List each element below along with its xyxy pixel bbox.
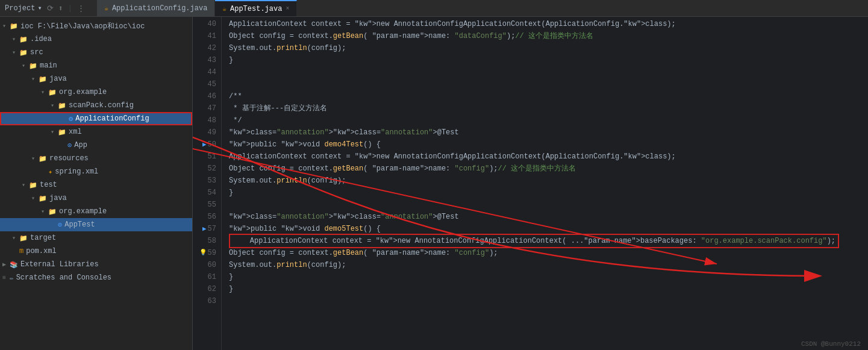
line-number-text: 63 [208,295,216,307]
sidebar-item-target[interactable]: ▾📁target [0,231,192,245]
line-number-49: 49 [193,127,216,139]
tree-file-icon: ⊙ [58,220,62,230]
toolbar-icon-2[interactable]: ⬆ [58,4,63,13]
tree-item-label: spring.xml [55,167,98,176]
code-line-58: ApplicationContext context = "kw">new An… [229,235,868,247]
line-number-text: 44 [208,66,216,78]
line-number-61: 61 [193,271,216,283]
line-number-60: 60 [193,259,216,271]
chevron-icon: ▾ [37,4,42,13]
sidebar-item-org-example[interactable]: ▾📁org.example [0,86,192,99]
tree-file-icon: 📁 [48,208,57,216]
sidebar-item-resources[interactable]: ▾📁resources [0,152,192,165]
tree-arrow-icon: ▾ [31,195,39,202]
sidebar-item-idea[interactable]: ▾📁.idea [0,33,192,46]
code-line-55 [229,199,868,211]
title-bar: Project ▾ ⟳ ⬆ | ⋮ ☕ ApplicationConfig.ja… [0,0,868,17]
code-line-51: ApplicationContext context = "kw">new An… [229,151,868,163]
line-number-55: 55 [193,199,216,211]
tabs-area: ☕ ApplicationConfig.java ☕ AppTest.java … [97,0,297,16]
tree-item-label: App [74,141,87,149]
line-number-text: 42 [208,42,216,54]
line-number-58: 58 [193,235,216,247]
tab-apptest-close[interactable]: × [286,5,289,12]
run-gutter-icon[interactable]: ▶ [202,139,207,151]
tree-file-icon: ⊙ [67,141,72,150]
code-line-61: } [229,271,868,283]
code-line-46: /** [229,90,868,102]
tree-item-label: resources [49,154,89,163]
line-number-text: 52 [208,163,216,175]
tree-file-icon: 📁 [29,62,37,70]
code-line-54: } [229,187,868,199]
tree-item-label: main [40,61,57,70]
sidebar-item-xml-folder[interactable]: ▾📁xml [0,125,192,139]
run-gutter-icon[interactable]: ▶ [202,223,207,235]
watermark: CSDN @Bunny0212 [801,340,861,348]
sidebar-item-app-file[interactable]: ⊙App [0,139,192,152]
line-number-text: 48 [208,114,216,127]
toolbar-separator: | [67,4,72,13]
tree-arrow-icon: ▾ [12,36,19,43]
code-line-60: System.out.println(config); [229,259,868,271]
tree-arrow-icon: ▾ [12,49,19,56]
sidebar-item-src[interactable]: ▾📁src [0,46,192,59]
line-number-41: 41 [193,30,216,42]
tree-item-label: scanPack.config [69,101,134,110]
sidebar-item-scratches[interactable]: ≡✏Scratches and Consoles [0,271,192,284]
sidebar-item-main[interactable]: ▾📁main [0,59,192,72]
tree-arrow-icon: ▾ [51,102,58,109]
line-number-text: 41 [208,30,216,42]
sidebar-item-ext-lib[interactable]: ▶📚External Libraries [0,258,192,271]
toolbar-icon-3[interactable]: ⋮ [77,4,85,13]
line-number-text: 40 [208,18,216,30]
code-line-52: Object config = context.getBean( "param-… [229,163,868,175]
tree-file-icon: 📁 [29,181,37,189]
code-line-62: } [229,283,868,295]
code-line-40: ApplicationContext context = "kw">new An… [229,18,868,30]
tree-file-icon: 📁 [10,22,18,30]
code-content[interactable]: ApplicationContext context = "kw">new An… [222,17,868,350]
sidebar-item-org-example-test[interactable]: ▾📁org.example [0,205,192,218]
tree-item-label: ioc F:\File\Java\aop和ioc\ioc [20,21,145,31]
tree-item-label: AppTest [64,220,95,229]
sidebar-item-test[interactable]: ▾📁test [0,178,192,192]
code-line-41: Object config = context.getBean( "param-… [229,30,868,42]
sidebar-item-pom-xml[interactable]: mpom.xml [0,245,192,258]
sidebar-item-root-ioc[interactable]: ▾📁ioc F:\File\Java\aop和ioc\ioc [0,19,192,33]
tree-item-label: java [49,75,67,83]
tab-applicationconfig[interactable]: ☕ ApplicationConfig.java [97,0,215,16]
sidebar-item-apptest-file[interactable]: ⊙AppTest [0,218,192,231]
sidebar-item-appconfig-file[interactable]: ⚙ApplicationConfig [0,112,192,125]
tree-item-label: pom.xml [26,247,56,255]
line-number-52: 52 [193,163,216,175]
tree-item-label: Scratches and Consoles [16,273,111,282]
tree-file-icon: 📚 [10,261,18,269]
tab-apptest[interactable]: ☕ AppTest.java × [215,0,297,16]
sidebar-item-spring-xml[interactable]: ✦spring.xml [0,165,192,178]
tree-item-label: test [40,181,57,189]
tree-item-label: target [30,234,56,242]
line-numbers: 40414243444546474849▶50515253545556▶5758… [193,17,222,350]
code-line-50: "kw">public "kw">void demo4Test() { [229,139,868,151]
line-number-57: ▶57 [193,223,216,235]
toolbar-icon-1[interactable]: ⟳ [47,4,54,13]
sidebar: ▾📁ioc F:\File\Java\aop和ioc\ioc▾📁.idea▾📁s… [0,17,193,350]
code-line-53: System.out.println(config); [229,175,868,187]
sidebar-item-scanpack-config[interactable]: ▾📁scanPack.config [0,99,192,112]
sidebar-tree: ▾📁ioc F:\File\Java\aop和ioc\ioc▾📁.idea▾📁s… [0,17,192,350]
tree-item-label: xml [69,128,82,136]
line-number-51: 51 [193,151,216,163]
line-number-44: 44 [193,66,216,78]
sidebar-item-java-main[interactable]: ▾📁java [0,72,192,86]
project-menu[interactable]: Project ▾ [5,4,42,13]
editor-area: 40414243444546474849▶50515253545556▶5758… [193,17,868,350]
tree-arrow-icon: ▾ [12,234,19,242]
bulb-gutter-icon[interactable]: 💡 [199,247,207,259]
tree-item-label: ApplicationConfig [75,114,149,123]
line-number-56: 56 [193,211,216,223]
line-number-text: 62 [208,283,216,295]
tree-file-icon: 📁 [19,49,28,57]
code-line-59: Object config = context.getBean( "param-… [229,247,868,259]
sidebar-item-java-test[interactable]: ▾📁java [0,192,192,205]
